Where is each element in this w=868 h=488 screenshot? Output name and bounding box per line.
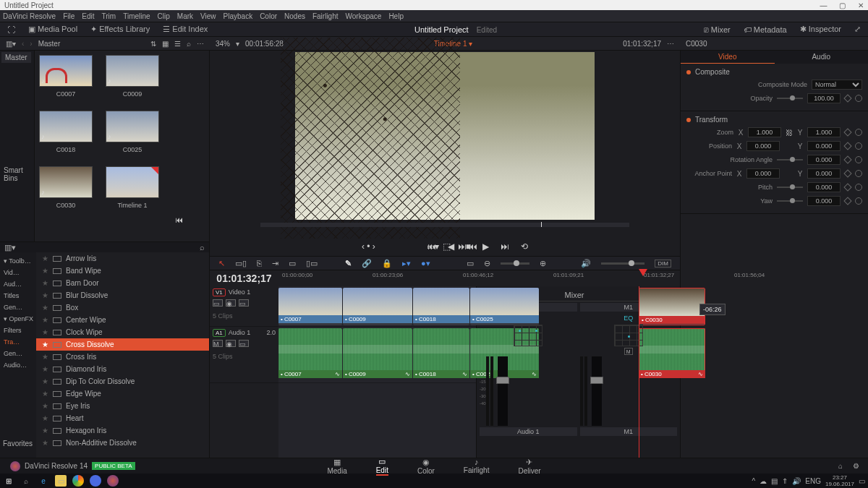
start-icon[interactable]: ⊞: [3, 475, 14, 487]
zoom-y-field[interactable]: 1.000: [807, 127, 841, 137]
video-track-header[interactable]: V1Video 1 ▭◉▭ 5 Clips: [210, 286, 278, 327]
tray-onedrive-icon[interactable]: ☁: [760, 477, 767, 485]
pos-y-field[interactable]: 0.000: [807, 141, 841, 151]
metadata-button[interactable]: 🏷 Metadata: [744, 25, 787, 34]
clip-thumb[interactable]: ♪C0009: [106, 55, 159, 98]
prev-edit-icon[interactable]: ‹ • ›: [362, 241, 375, 252]
tray-chevron-icon[interactable]: ^: [752, 477, 756, 485]
keyframe-icon[interactable]: [843, 128, 851, 136]
page-deliver[interactable]: ✈Deliver: [518, 458, 540, 475]
sort-icon[interactable]: ⇅: [150, 40, 156, 48]
link-icon[interactable]: ⛓: [786, 129, 793, 137]
trim-tool-icon[interactable]: ▭▯: [235, 259, 247, 268]
mute-button[interactable]: M: [624, 348, 633, 355]
opacity-slider[interactable]: [777, 98, 803, 99]
pitch-field[interactable]: 0.000: [807, 182, 841, 192]
menu-item[interactable]: Edit: [82, 12, 94, 20]
menu-item[interactable]: Mark: [177, 12, 193, 20]
more-icon[interactable]: ⋯: [667, 40, 674, 48]
fx-item[interactable]: ★Band Wipe: [36, 265, 209, 277]
fx-item[interactable]: ★Blur Dissolve: [36, 289, 209, 301]
mixer-button[interactable]: ⎚ Mixer: [704, 25, 731, 34]
track-lock-icon[interactable]: ▭: [213, 299, 223, 307]
star-icon[interactable]: ★: [42, 279, 48, 287]
video-clip[interactable]: • C0025: [470, 288, 539, 325]
page-edit[interactable]: ▭Edit: [376, 457, 388, 476]
expand-icon[interactable]: ⤢: [854, 25, 861, 34]
star-icon[interactable]: ★: [42, 377, 48, 385]
timeline-view-icon[interactable]: ▭: [467, 259, 474, 268]
fx-item[interactable]: ★Cross Iris: [36, 351, 209, 363]
zoom-x-field[interactable]: 1.000: [748, 127, 781, 137]
zoom-in-icon[interactable]: ⊕: [540, 259, 546, 268]
page-media[interactable]: ▦Media: [327, 458, 346, 475]
video-lane[interactable]: • C0007• C0009• C0018• C0025• C0030: [278, 286, 476, 327]
replace-icon[interactable]: ▯▭: [306, 259, 318, 268]
flag-icon[interactable]: ▸▾: [402, 259, 411, 268]
viewer-mode-icon[interactable]: ▭▾: [427, 241, 439, 252]
keyframe-icon[interactable]: [843, 142, 851, 150]
transform-header[interactable]: Transform: [695, 116, 728, 124]
inspector-button[interactable]: ✱ Inspector: [800, 25, 841, 34]
menu-item[interactable]: View: [200, 12, 216, 20]
pitch-slider[interactable]: [777, 187, 803, 188]
audio-lane[interactable]: • C0007∿• C0009∿• C0018∿• C0025∿• C0030∿: [278, 327, 476, 383]
zoom-out-icon[interactable]: ⊖: [484, 259, 490, 268]
volume-slider[interactable]: [601, 262, 644, 265]
audio-clip[interactable]: • C0007∿: [278, 328, 342, 380]
search-icon[interactable]: ⌕: [200, 243, 205, 252]
inspector-tab-audio[interactable]: Audio: [775, 51, 869, 64]
inspector-tab-video[interactable]: Video: [681, 51, 775, 64]
blade-tool-icon[interactable]: ⎘: [257, 259, 262, 267]
viewer-canvas[interactable]: [295, 52, 595, 220]
search-icon[interactable]: ⌕: [187, 40, 191, 48]
star-icon[interactable]: ★: [42, 402, 48, 410]
fx-cat[interactable]: Filters: [0, 325, 36, 336]
keyframe-icon[interactable]: [843, 183, 851, 191]
resolve-icon[interactable]: [107, 475, 119, 487]
rotation-field[interactable]: 0.000: [807, 155, 841, 165]
fx-cat[interactable]: ▾ OpenFX: [0, 313, 36, 325]
app-icon[interactable]: [90, 475, 101, 487]
history-back-icon[interactable]: ‹: [22, 40, 24, 48]
rotation-slider[interactable]: [777, 159, 803, 160]
menu-item[interactable]: Nodes: [284, 12, 305, 20]
marker-icon[interactable]: ●▾: [421, 259, 430, 268]
video-clip[interactable]: • C0030: [639, 288, 705, 325]
anchor-y-field[interactable]: 0.000: [807, 168, 841, 179]
gear-icon[interactable]: ⚙: [853, 462, 859, 470]
reset-icon[interactable]: [855, 142, 862, 150]
clip-thumb[interactable]: ♪C0030: [39, 166, 93, 209]
yaw-slider[interactable]: [777, 200, 803, 202]
menu-item[interactable]: Workspace: [346, 12, 382, 20]
menu-item[interactable]: Playback: [224, 12, 253, 20]
fx-item[interactable]: ★Eye Iris: [36, 400, 209, 412]
star-icon[interactable]: ★: [42, 353, 48, 361]
reset-icon[interactable]: [855, 95, 862, 102]
composite-mode-select[interactable]: Normal: [812, 80, 862, 90]
history-fwd-icon[interactable]: ›: [30, 40, 32, 48]
home-icon[interactable]: ⌂: [838, 462, 843, 470]
fx-item[interactable]: ★Box: [36, 301, 209, 314]
fx-cat[interactable]: Aud…: [0, 278, 36, 290]
tray-notifications-icon[interactable]: ▭: [859, 477, 865, 485]
edge-icon[interactable]: e: [38, 475, 49, 487]
reset-icon[interactable]: [855, 156, 862, 163]
clip-thumb[interactable]: ♪C0025: [106, 111, 159, 153]
video-clip[interactable]: • C0009: [343, 288, 412, 325]
fader[interactable]: [592, 356, 602, 426]
selection-tool-icon[interactable]: ↖: [218, 259, 225, 268]
bin-master-tab[interactable]: Master: [1, 52, 31, 63]
composite-header[interactable]: Composite: [695, 68, 730, 76]
insert-icon[interactable]: ⇥: [272, 259, 278, 268]
fx-cat[interactable]: Audio…: [0, 359, 36, 371]
timeline-thumb[interactable]: Timeline 1: [106, 166, 159, 209]
audio-track-header[interactable]: A1Audio 1 2.0 M◉▭ 5 Clips: [210, 327, 278, 383]
smart-bins-label[interactable]: Smart Bins: [1, 164, 33, 184]
play-button[interactable]: ▶: [482, 241, 489, 252]
fx-item[interactable]: ★Non-Additive Dissolve: [36, 437, 209, 449]
tray-clock[interactable]: 23:2719.06.2017: [825, 474, 854, 487]
search-icon[interactable]: ⌕: [20, 475, 32, 487]
pos-x-field[interactable]: 0.000: [746, 141, 780, 151]
speaker-icon[interactable]: 🔊: [581, 259, 591, 268]
